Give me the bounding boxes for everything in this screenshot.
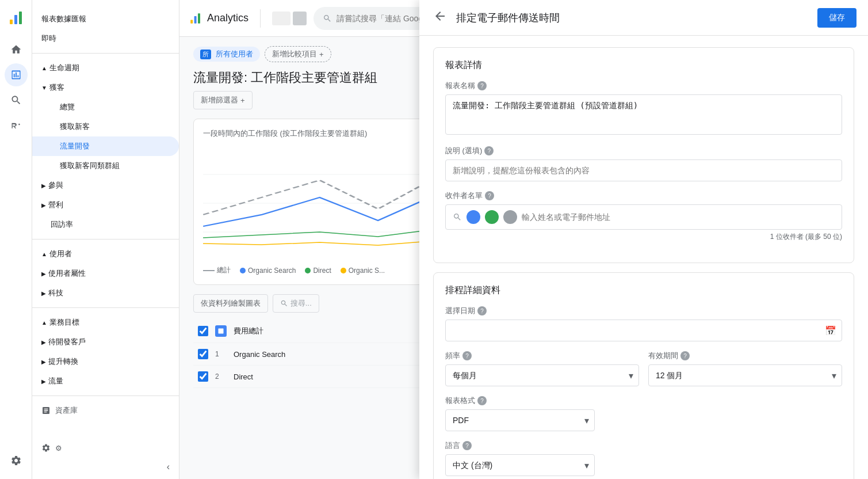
recipient-avatar-3 (503, 210, 517, 224)
nav-users-header[interactable]: ▲ 使用者 (32, 244, 179, 264)
row-checkbox-direct[interactable] (198, 371, 208, 382)
nav-report-data[interactable]: 報表數據匯報 (32, 9, 179, 29)
explore-nav-icon[interactable] (5, 89, 28, 112)
date-help-icon[interactable]: ? (477, 306, 487, 315)
recipients-input[interactable] (522, 212, 835, 222)
overlay-body: 報表詳情 報表名稱 ? 流量開發: 工作階段主要管道群組 (預設管道群組) 說明… (419, 36, 868, 479)
nav-user-attrs-header[interactable]: ▶ 使用者屬性 (32, 264, 179, 283)
nav-lifecycle-header[interactable]: ▲ 生命週期 (32, 58, 179, 78)
validity-select-wrapper: 12 個月 6 個月 3 個月 ▾ (648, 364, 842, 386)
legend-total-icon (203, 270, 215, 271)
legend-organic-search: Organic Search (240, 265, 296, 275)
report-details-title: 報表詳情 (445, 59, 842, 71)
report-name-field: 報表名稱 ? 流量開發: 工作階段主要管道群組 (預設管道群組) (445, 81, 842, 136)
navigation-sidebar: 報表數據匯報 即時 ▲ 生命週期 ▼ 獲客 總覽 獲取新客 流量開發 (32, 0, 179, 479)
nav-cohort[interactable]: 獲取新客同類群組 (32, 156, 179, 176)
logo-icon (189, 12, 202, 25)
recipients-count: 1 位收件者 (最多 50 位) (445, 232, 842, 242)
row-icon-total (215, 325, 227, 337)
app-logo: Analytics (189, 12, 248, 25)
legend-total: 總計 (203, 265, 231, 275)
overlay-header: 排定電子郵件傳送時間 儲存 (419, 0, 868, 36)
language-help-icon[interactable]: ? (462, 441, 472, 450)
frequency-select[interactable]: 每個月 每週 每天 (445, 364, 639, 386)
language-select[interactable]: 中文 (台灣) English (445, 454, 595, 476)
svg-rect-3 (190, 20, 193, 23)
frequency-label: 頻率 ? (445, 351, 639, 361)
row-checkbox-total[interactable] (198, 326, 208, 336)
date-input-wrapper[interactable]: 2024/9/24 📅 (445, 320, 842, 341)
recipients-help-icon[interactable]: ? (485, 191, 494, 200)
format-select[interactable]: PDF CSV (445, 409, 595, 431)
validity-select[interactable]: 12 個月 6 個月 3 個月 (648, 364, 842, 386)
format-field: 報表格式 ? PDF CSV ▾ (445, 396, 842, 431)
all-users-filter[interactable]: 所 所有使用者 (193, 47, 260, 62)
row-checkbox-organic[interactable] (198, 349, 208, 359)
recipients-field: 收件者名單 ? 1 位收件者 (最多 50 位) (445, 191, 842, 242)
draw-chart-btn[interactable]: 依資料列繪製圖表 (193, 294, 268, 313)
schedule-details-section: 排程詳細資料 選擇日期 ? 2024/9/24 📅 頻率 ? (433, 272, 854, 479)
row-label-total: 費用總計 (234, 326, 263, 336)
table-search-icon (280, 299, 288, 307)
nav-realtime[interactable]: 即時 (32, 29, 179, 48)
overlay-back-btn[interactable] (431, 7, 449, 28)
analytics-logo-icon (7, 9, 25, 26)
nav-library[interactable]: 資產庫 (32, 401, 179, 420)
property-icon (293, 12, 307, 25)
home-nav-icon[interactable] (5, 38, 28, 61)
save-button[interactable]: 儲存 (817, 8, 856, 28)
nav-traffic-dev[interactable]: 流量開發 (32, 136, 179, 156)
row-label-direct: Direct (234, 372, 253, 381)
language-select-wrapper: 中文 (台灣) English ▾ (445, 454, 595, 476)
date-label: 選擇日期 ? (445, 306, 842, 316)
recipients-label: 收件者名單 ? (445, 191, 842, 201)
description-help-icon[interactable]: ? (484, 146, 494, 155)
description-input[interactable] (445, 159, 842, 181)
add-filter-btn[interactable]: 新增篩選器 + (193, 91, 253, 109)
add-compare-label: 新增比較項目 (272, 49, 317, 59)
nav-traffic-header[interactable]: ▶ 流量 (32, 371, 179, 391)
frequency-validity-row: 頻率 ? 每個月 每週 每天 ▾ 有效期間 (445, 351, 842, 396)
legend-organic-s: Organic S... (341, 265, 385, 275)
nav-new-users[interactable]: 獲取新客 (32, 117, 179, 136)
row-num-2: 2 (215, 372, 227, 381)
collapse-nav-btn[interactable]: ‹ (167, 462, 170, 472)
nav-settings[interactable]: ⚙ (32, 439, 179, 457)
validity-label: 有效期間 ? (648, 351, 842, 361)
table-search-box[interactable]: 搜尋... (273, 294, 319, 313)
legend-organics-dot (341, 268, 346, 273)
date-input[interactable]: 2024/9/24 (445, 320, 842, 341)
format-label: 報表格式 ? (445, 396, 842, 406)
nav-monetize-header[interactable]: ▶ 營利 (32, 195, 179, 215)
nav-acquire-header[interactable]: ▼ 獲客 (32, 78, 179, 97)
recipients-box[interactable] (445, 204, 842, 230)
svg-rect-2 (19, 12, 22, 24)
validity-help-icon[interactable]: ? (680, 351, 690, 360)
nav-pending-header[interactable]: ▶ 待開發客戶 (32, 332, 179, 352)
nav-engage-header[interactable]: ▶ 參與 (32, 176, 179, 195)
report-name-help-icon[interactable]: ? (477, 81, 487, 90)
nav-biz-goals-header[interactable]: ▲ 業務目標 (32, 313, 179, 332)
search-icon (323, 14, 332, 23)
add-compare-btn[interactable]: 新增比較項目 + (265, 46, 331, 62)
row-label-organic: Organic Search (234, 350, 285, 359)
app-title: Analytics (207, 12, 248, 24)
frequency-help-icon[interactable]: ? (462, 351, 472, 360)
report-name-input[interactable]: 流量開發: 工作階段主要管道群組 (預設管道群組) (445, 94, 842, 135)
validity-field: 有效期間 ? 12 個月 6 個月 3 個月 ▾ (648, 351, 842, 386)
nav-retention[interactable]: 回訪率 (32, 215, 179, 234)
filter-label: 所有使用者 (216, 49, 253, 59)
description-field: 說明 (選填) ? (445, 146, 842, 181)
schedule-details-title: 排程詳細資料 (445, 284, 842, 296)
format-help-icon[interactable]: ? (477, 396, 487, 405)
advertising-nav-icon[interactable] (5, 114, 28, 137)
nav-overview[interactable]: 總覽 (32, 97, 179, 117)
legend-organic-dot (240, 268, 246, 273)
date-field: 選擇日期 ? 2024/9/24 📅 (445, 306, 842, 341)
calendar-icon[interactable]: 📅 (825, 325, 836, 336)
nav-boost-header[interactable]: ▶ 提升轉換 (32, 352, 179, 371)
nav-tech-header[interactable]: ▶ 科技 (32, 283, 179, 303)
reports-nav-icon[interactable] (5, 63, 28, 86)
svg-rect-0 (10, 20, 13, 24)
settings-nav-icon[interactable] (5, 449, 28, 472)
